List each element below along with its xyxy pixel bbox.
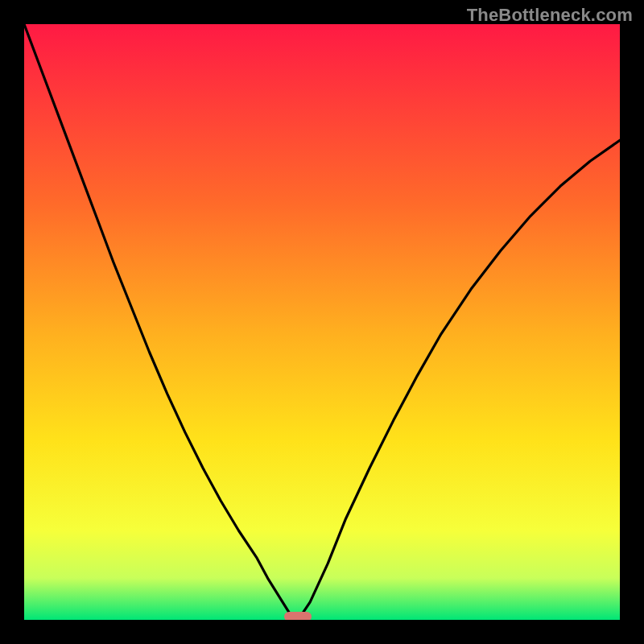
chart-frame: TheBottleneck.com <box>0 0 644 644</box>
plot-area <box>24 24 620 620</box>
watermark-text: TheBottleneck.com <box>467 5 633 26</box>
bottleneck-curve <box>24 24 620 620</box>
minimum-marker <box>284 612 312 620</box>
